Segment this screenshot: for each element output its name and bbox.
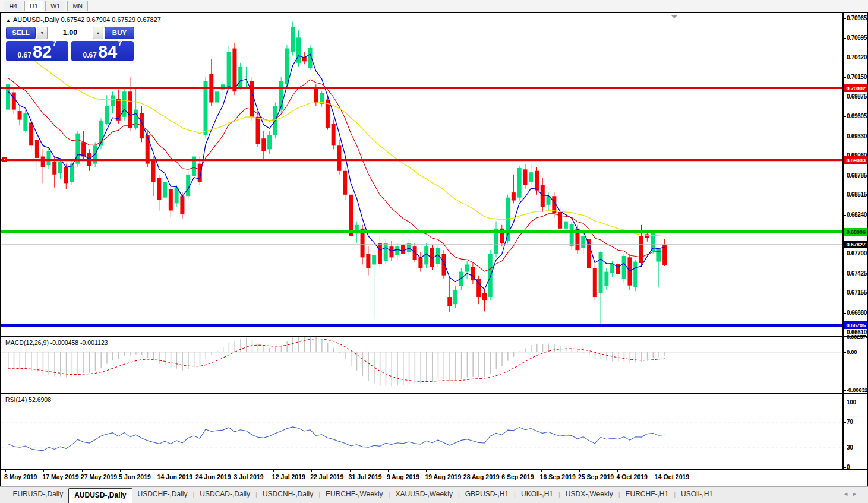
price-tick (844, 313, 846, 314)
chart-tab-usoil-h1[interactable]: USOil-,H1 (676, 487, 718, 503)
chart-tab-eurusd-daily[interactable]: EURUSD-,Daily (7, 487, 68, 503)
chart-tab-usdchf-daily[interactable]: USDCHF-,Daily (132, 487, 193, 503)
rsi-chart[interactable] (1, 394, 842, 469)
hline-drag-marker[interactable] (2, 157, 7, 162)
date-tick (350, 470, 351, 472)
tab-nav-left-icon[interactable]: ◄ (843, 491, 852, 497)
chart-tab-usdx-weekly[interactable]: USDX-,Weekly (560, 487, 618, 503)
date-tick-label: 12 Jul 2019 (272, 473, 305, 480)
price-tick-label: 0.69605 (847, 113, 867, 119)
date-tick-label: 8 May 2019 (4, 473, 37, 480)
date-tick-label: 25 Sep 2019 (578, 473, 614, 480)
volume-up-button[interactable]: ▲ (93, 27, 103, 39)
candlestick-chart[interactable] (1, 13, 842, 336)
chart-tab-xauusd-weekly[interactable]: XAUUSD-,Weekly (390, 487, 457, 503)
date-axis[interactable]: 8 May 201917 May 201927 May 20195 Jun 20… (1, 470, 867, 485)
price-tick (844, 274, 846, 274)
price-tick-label: 0.67700 (847, 250, 867, 257)
macd-axis[interactable]: 0.0025740.00-0.006326 (842, 337, 867, 393)
date-tick (5, 470, 6, 472)
rsi-tick (844, 403, 846, 403)
price-tick-label: 0.70695 (847, 34, 867, 41)
sell-price-box[interactable]: 0.67 82 7 (6, 41, 68, 61)
main-chart-panel[interactable]: 0.709650.706950.704200.701500.698750.696… (1, 13, 867, 336)
date-tick (43, 470, 44, 472)
collapse-arrow-icon[interactable]: ▲ (6, 18, 11, 23)
rsi-axis[interactable]: 10070300 (842, 394, 867, 469)
chart-tab-eurchf-weekly[interactable]: EURCHF-,Weekly (320, 487, 388, 503)
date-tick-label: 22 Jul 2019 (310, 473, 343, 480)
buy-price-box[interactable]: 0.67 84 7 (71, 41, 134, 61)
date-tick-label: 9 Aug 2019 (387, 473, 419, 480)
macd-chart[interactable] (1, 337, 842, 393)
chart-shift-marker-icon[interactable] (671, 15, 678, 18)
price-tick (844, 58, 846, 58)
macd-tick (844, 337, 846, 337)
buy-price-sup: 7 (118, 34, 122, 52)
date-tick-label: 3 Jul 2019 (233, 473, 263, 480)
date-tick-label: 4 Oct 2019 (616, 473, 648, 480)
chart-tab-gbpusd-h1[interactable]: GBPUSD-,H1 (460, 487, 514, 503)
date-tick (82, 470, 83, 472)
chart-title-ohlc: 0.67542 0.67904 0.67529 0.67827 (61, 16, 161, 23)
macd-tick (844, 352, 846, 353)
date-tick (541, 470, 542, 472)
timeframe-tab-d1[interactable]: D1 (24, 1, 42, 11)
chart-tab-usdcnh-daily[interactable]: USDCNH-,Daily (257, 487, 318, 503)
price-tick (844, 97, 846, 97)
date-tick (235, 470, 235, 472)
price-tick-label: 0.68515 (847, 191, 867, 198)
buy-price-prefix: 0.67 (83, 51, 97, 59)
macd-tick-label: 0.002574 (847, 333, 868, 340)
date-tick (273, 470, 274, 472)
date-tick (579, 470, 580, 472)
price-tick (844, 77, 846, 78)
rsi-tick-label: 70 (847, 419, 853, 425)
tab-nav-right-icon[interactable]: ► (852, 491, 861, 497)
current-price-label: 0.67827 (844, 241, 867, 248)
price-tick (844, 215, 846, 216)
date-tick (617, 470, 618, 472)
price-tick (844, 293, 846, 293)
date-tick (656, 470, 656, 472)
chart-tab-bar: EURUSD-,DailyAUDUSD-,DailyUSDCHF-,Daily|… (0, 486, 868, 503)
chart-tab-audusd-daily[interactable]: AUDUSD-,Daily (68, 488, 132, 503)
sell-button[interactable]: SELL (6, 27, 36, 39)
chart-tab-eurchf-h1[interactable]: EURCHF-,H1 (620, 487, 674, 503)
one-click-trade-panel: SELL ▼ 1.00 ▲ BUY 0.67 82 7 0.67 84 7 (6, 27, 134, 61)
macd-panel[interactable]: 0.0025740.00-0.006326 MACD(12,26,9) -0.0… (1, 337, 867, 393)
chart-tab-ukoil-h1[interactable]: UKOil-,H1 (516, 487, 558, 503)
timeframe-tab-w1[interactable]: W1 (45, 1, 65, 11)
volume-dropdown-button[interactable]: ▼ (37, 27, 48, 39)
price-axis[interactable]: 0.709650.706950.704200.701500.698750.696… (842, 13, 867, 336)
chart-tab-usdcad-daily[interactable]: USDCAD-,Daily (194, 487, 255, 503)
date-tick (197, 470, 197, 472)
date-tick (465, 470, 465, 472)
date-tick (120, 470, 121, 472)
rsi-tick-label: 100 (847, 399, 856, 406)
price-tick-label: 0.68785 (847, 172, 867, 179)
chart-title: ▲AUDUSD-,Daily 0.67542 0.67904 0.67529 0… (6, 16, 161, 23)
price-tick-label: 0.70965 (847, 15, 867, 21)
chart-window: 0.709650.706950.704200.701500.698750.696… (0, 12, 868, 486)
date-tick (426, 470, 427, 472)
price-tick (844, 116, 846, 117)
date-tick-label: 19 Aug 2019 (425, 473, 461, 480)
price-tick-label: 0.68240 (847, 211, 867, 218)
date-tick-label: 27 May 2019 (81, 473, 117, 480)
sell-price-big: 82 (33, 44, 52, 59)
date-tick-label: 28 Aug 2019 (463, 473, 500, 480)
timeframe-tab-h4[interactable]: H4 (4, 1, 21, 11)
rsi-panel[interactable]: 10070300 RSI(14) 52.6908 (1, 394, 867, 469)
rsi-tick-label: 30 (847, 444, 853, 451)
macd-label: MACD(12,26,9) -0.000458 -0.001123 (5, 339, 108, 346)
tab-nav-arrows: ◄► (843, 491, 861, 497)
level-price-label: 0.68006 (844, 228, 867, 236)
timeframe-tab-mn[interactable]: MN (67, 1, 87, 11)
date-tick-label: 31 Jul 2019 (349, 473, 382, 480)
sell-price-prefix: 0.67 (18, 51, 31, 59)
date-tick-label: 6 Sep 2019 (501, 473, 534, 480)
price-tick-label: 0.69330 (847, 133, 867, 140)
price-tick-label: 0.70420 (847, 54, 867, 61)
timeframe-toolbar: H4 D1 W1 MN (0, 0, 868, 12)
